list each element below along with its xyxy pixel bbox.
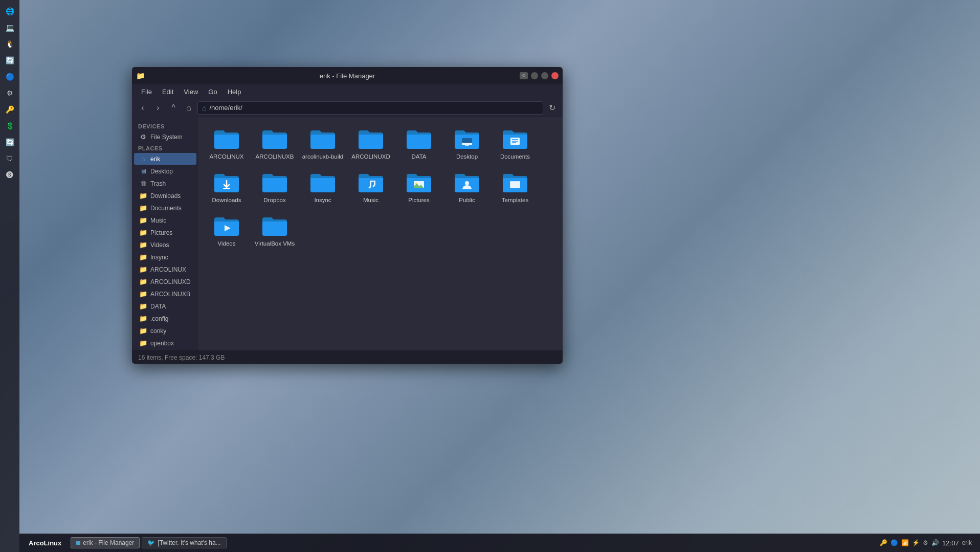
taskbar-item-twitter-icon: 🐦	[147, 539, 155, 546]
menu-view[interactable]: View	[180, 87, 202, 97]
back-button[interactable]: ‹	[136, 101, 149, 115]
dock-icon-computer[interactable]: 💻	[3, 20, 17, 35]
menu-go[interactable]: Go	[204, 87, 221, 97]
file-item-desktop[interactable]: Desktop	[444, 122, 490, 164]
documents-label: Documents	[500, 153, 530, 161]
sidebar-item-filesystem[interactable]: ⚙ File System	[134, 131, 196, 143]
dock-icon-s[interactable]: 🅢	[3, 168, 17, 182]
dock-icon-shield[interactable]: 🛡	[3, 151, 17, 166]
close-button[interactable]	[551, 72, 559, 79]
taskbar-start-button[interactable]: ArcoLinux	[24, 537, 66, 549]
file-item-downloads[interactable]: Downloads	[204, 166, 250, 207]
music-folder-icon	[358, 170, 384, 194]
data-label: DATA	[412, 153, 427, 161]
public-folder-icon	[454, 170, 480, 194]
dock-icon-blue[interactable]: 🔵	[3, 70, 17, 84]
sidebar-item-arcolinuxb[interactable]: 📁 ARCOLINUXB	[134, 288, 196, 300]
dock-icon-browser[interactable]: 🌐	[3, 4, 17, 18]
arcolinuxd-folder-icon	[358, 126, 384, 151]
sidebar-item-label: .config	[150, 315, 168, 322]
taskbar-user: erik	[962, 539, 972, 546]
maximize-button[interactable]	[541, 72, 548, 79]
svg-rect-2	[465, 145, 469, 146]
arcolinuxb-build-label: arcolinuxb-build	[302, 153, 344, 161]
left-dock: 🌐 💻 🐧 🔄 🔵 ⚙ 🔑 💲 🔄 🛡 🅢	[0, 0, 19, 552]
taskbar-item-filemanager[interactable]: erik - File Manager	[71, 537, 140, 548]
file-item-documents[interactable]: Documents	[492, 122, 538, 164]
sidebar-item-config[interactable]: 📁 .config	[134, 313, 196, 324]
refresh-button[interactable]: ↻	[545, 101, 559, 115]
sidebar-item-data[interactable]: 📁 DATA	[134, 300, 196, 312]
sidebar-item-label: ARCOLINUXD	[150, 278, 191, 285]
file-item-videos[interactable]: Videos	[204, 209, 250, 251]
sidebar-item-arcolinux[interactable]: 📁 ARCOLINUX	[134, 263, 196, 275]
taskbar-icon-settings2: ⚙	[923, 539, 928, 546]
sidebar-item-arcolinuxd[interactable]: 📁 ARCOLINUXD	[134, 276, 196, 288]
taskbar-item-twitter[interactable]: 🐦 [Twitter. It's what's ha...	[142, 537, 226, 548]
arcolinux-label: ARCOLINUX	[209, 153, 243, 161]
file-grid-area: ARCOLINUX ARCOLINUXB	[198, 117, 563, 350]
sidebar-item-desktop[interactable]: 🖥 Desktop	[134, 165, 196, 177]
music-icon: 📁	[139, 216, 147, 224]
menu-edit[interactable]: Edit	[158, 87, 177, 97]
desktop-folder-icon	[454, 126, 480, 151]
taskbar-icon-bluetooth: 🔵	[890, 539, 898, 546]
file-item-virtualbox[interactable]: VirtualBox VMs	[252, 209, 298, 251]
file-item-dropbox[interactable]: Dropbox	[252, 166, 298, 207]
sidebar-item-insync[interactable]: 📁 Insync	[134, 251, 196, 263]
address-bar[interactable]: ⌂ /home/erik/	[197, 101, 543, 115]
desktop-icon: 🖥	[139, 167, 147, 175]
file-item-arcolinuxd[interactable]: ARCOLINUXD	[348, 122, 394, 164]
sidebar-item-conky[interactable]: 📁 conky	[134, 325, 196, 337]
taskbar-clock: 12:07	[942, 539, 959, 547]
menu-help[interactable]: Help	[224, 87, 246, 97]
sidebar-item-music[interactable]: 📁 Music	[134, 214, 196, 226]
dock-icon-dollar[interactable]: 💲	[3, 119, 17, 133]
up-button[interactable]: ^	[167, 101, 180, 115]
settings-button[interactable]: ⚙	[520, 72, 528, 79]
dock-icon-refresh[interactable]: 🔄	[3, 53, 17, 68]
svg-rect-1	[462, 138, 472, 143]
dock-icon-linux[interactable]: 🐧	[3, 37, 17, 51]
forward-button[interactable]: ›	[151, 101, 165, 115]
sidebar-item-label: Downloads	[150, 192, 181, 200]
sidebar-item-openbox[interactable]: 📁 openbox	[134, 337, 196, 349]
dock-icon-settings[interactable]: ⚙	[3, 86, 17, 100]
file-item-templates[interactable]: Templates	[492, 166, 538, 207]
taskbar-dot	[76, 541, 80, 545]
file-item-pictures[interactable]: Pictures	[396, 166, 442, 207]
templates-label: Templates	[502, 196, 528, 204]
menu-file[interactable]: File	[137, 87, 156, 97]
taskbar: ArcoLinux erik - File Manager 🐦 [Twitter…	[19, 534, 980, 552]
file-item-arcolinux[interactable]: ARCOLINUX	[204, 122, 250, 164]
file-item-data[interactable]: DATA	[396, 122, 442, 164]
minimize-button[interactable]	[531, 72, 538, 79]
sidebar-item-label: openbox	[150, 340, 174, 347]
file-item-insync[interactable]: Insync	[300, 166, 346, 207]
address-text: /home/erik/	[209, 104, 242, 112]
home-button[interactable]: ⌂	[182, 101, 195, 115]
status-text: 16 items, Free space: 147.3 GB	[138, 354, 225, 361]
file-item-arcolinuxb[interactable]: ARCOLINUXB	[252, 122, 298, 164]
data-folder-icon	[406, 126, 432, 151]
taskbar-icon-volume: 🔊	[931, 539, 939, 546]
file-item-public[interactable]: Public	[444, 166, 490, 207]
downloads-label: Downloads	[212, 196, 241, 204]
sidebar-item-label: Pictures	[150, 229, 172, 236]
templates-folder-icon	[502, 170, 528, 194]
sidebar-item-trash[interactable]: 🗑 Trash	[134, 178, 196, 189]
file-item-music[interactable]: Music	[348, 166, 394, 207]
sidebar-devices-header: DEVICES	[132, 121, 198, 130]
file-item-arcolinuxb-build[interactable]: arcolinuxb-build	[300, 122, 346, 164]
sidebar-item-downloads[interactable]: 📁 Downloads	[134, 190, 196, 202]
dock-icon-sync[interactable]: 🔄	[3, 135, 17, 149]
dock-icon-key[interactable]: 🔑	[3, 102, 17, 117]
arcolinuxb-icon: 📁	[139, 290, 147, 298]
sidebar-item-videos[interactable]: 📁 Videos	[134, 239, 196, 251]
sidebar-item-label: Desktop	[150, 168, 173, 175]
downloads-icon: 📁	[139, 192, 147, 200]
sidebar-item-documents[interactable]: 📁 Documents	[134, 202, 196, 214]
sidebar-item-erik[interactable]: ⌂ erik	[134, 153, 196, 165]
arcolinuxb-label: ARCOLINUXB	[256, 153, 294, 161]
sidebar-item-pictures[interactable]: 📁 Pictures	[134, 227, 196, 238]
